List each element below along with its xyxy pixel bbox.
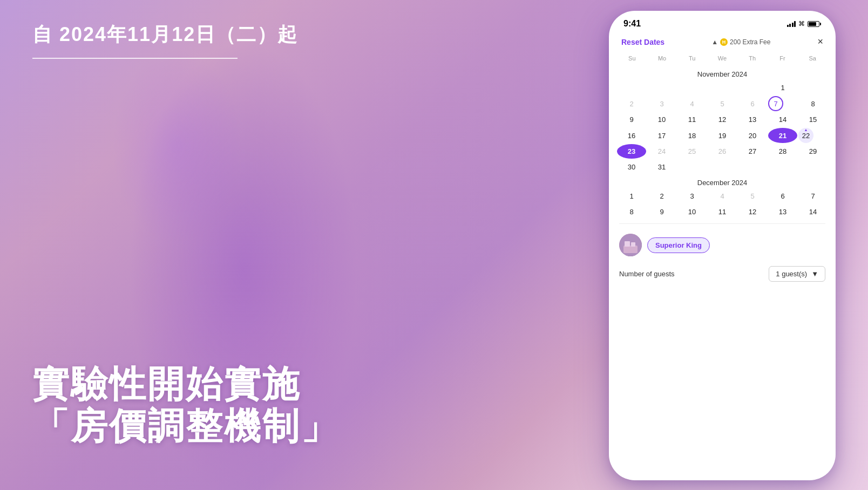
room-name-tag[interactable]: Superior King — [647, 237, 710, 253]
cal-day[interactable]: 30 — [617, 160, 646, 174]
december-label: December 2024 — [611, 179, 834, 187]
cal-day — [677, 160, 707, 174]
cal-day[interactable]: 6 — [768, 189, 797, 203]
cal-day[interactable]: 3 — [677, 189, 707, 203]
cal-day[interactable]: 17 — [647, 128, 676, 143]
phone-mockup: 9:41 ⌘ — [609, 11, 836, 480]
guests-select[interactable]: 1 guest(s) ▼ — [769, 266, 825, 282]
cal-day[interactable] — [708, 80, 737, 95]
cal-day-23-selected[interactable]: 23 — [617, 144, 646, 159]
cal-day[interactable]: 1 — [617, 189, 646, 203]
guests-label: Number of guests — [619, 270, 675, 278]
cal-day[interactable]: 24 — [647, 144, 676, 159]
day-tu: Tu — [677, 53, 707, 64]
battery-icon — [808, 21, 821, 27]
day-th: Th — [737, 53, 768, 64]
cal-day[interactable]: 4 — [708, 189, 737, 203]
cal-day[interactable]: 28 — [768, 144, 797, 159]
cal-day[interactable]: 13 — [738, 112, 767, 127]
coin-icon: H — [720, 38, 728, 46]
cal-day — [798, 160, 828, 174]
cal-day[interactable] — [738, 80, 767, 95]
cal-day — [708, 160, 737, 174]
cal-day[interactable]: 26 — [708, 144, 737, 159]
warning-icon: ▲ — [711, 38, 718, 46]
svg-rect-1 — [623, 246, 638, 253]
status-icons: ⌘ — [787, 20, 822, 28]
left-content: 自 2024年11月12日（二）起 實驗性開始實施 「房價調整機制」 — [0, 0, 443, 490]
cal-day[interactable]: 12 — [708, 112, 737, 127]
guests-row: Number of guests 1 guest(s) ▼ — [611, 262, 834, 286]
day-fr: Fr — [768, 53, 798, 64]
cal-day[interactable]: 9 — [647, 205, 676, 219]
status-time: 9:41 — [623, 19, 641, 29]
cal-day[interactable]: 29 — [798, 144, 828, 159]
close-button[interactable]: × — [817, 36, 823, 47]
cal-day[interactable] — [677, 80, 707, 95]
november-label: November 2024 — [611, 70, 834, 78]
cal-day[interactable]: 14 — [798, 205, 828, 219]
cal-day[interactable]: 6 — [738, 96, 767, 111]
guests-value: 1 guest(s) — [776, 270, 807, 278]
cal-day[interactable]: 5 — [708, 96, 737, 111]
status-bar: 9:41 ⌘ — [611, 12, 834, 32]
cal-day[interactable]: 1 — [768, 80, 797, 95]
cal-day[interactable]: 13 — [768, 205, 797, 219]
cal-day[interactable] — [617, 80, 646, 95]
date-label: 自 2024年11月12日（二）起 — [32, 22, 410, 48]
cal-day[interactable]: 8 — [798, 96, 828, 111]
cal-day-22[interactable]: 22 — [798, 128, 813, 143]
cal-day — [768, 160, 797, 174]
day-su: Su — [617, 53, 647, 64]
cal-day[interactable] — [798, 80, 828, 95]
phone-frame: 9:41 ⌘ — [609, 11, 836, 480]
cal-day[interactable]: 11 — [677, 112, 707, 127]
day-headers: Su Mo Tu We Th Fr Sa — [611, 51, 834, 66]
date-divider — [32, 58, 238, 59]
extra-fee-badge: ▲ H 200 Extra Fee — [711, 38, 770, 46]
cal-day[interactable]: 10 — [647, 112, 676, 127]
main-title-line1: 實驗性開始實施 — [32, 363, 339, 405]
cal-day[interactable]: 10 — [677, 205, 707, 219]
cal-day[interactable]: 31 — [647, 160, 676, 174]
november-grid: 1 2 3 4 5 6 7 8 9 10 11 12 13 14 15 16 — [611, 80, 834, 174]
day-we: We — [707, 53, 737, 64]
cal-day[interactable]: 20 — [738, 128, 767, 143]
cal-day[interactable]: 15 — [798, 112, 828, 127]
cal-day[interactable]: 25 — [677, 144, 707, 159]
phone-content: Reset Dates ▲ H 200 Extra Fee × Su Mo Tu… — [611, 32, 834, 471]
signal-icon — [787, 21, 796, 27]
cal-day[interactable]: 5 — [738, 189, 767, 203]
room-card: Superior King — [611, 228, 834, 262]
extra-fee-text: 200 Extra Fee — [730, 38, 770, 46]
divider — [619, 223, 825, 224]
wifi-icon: ⌘ — [798, 20, 805, 28]
cal-day[interactable] — [647, 80, 676, 95]
day-mo: Mo — [647, 53, 677, 64]
cal-day[interactable]: 2 — [647, 189, 676, 203]
cal-day — [738, 160, 767, 174]
cal-day[interactable]: 16 — [617, 128, 646, 143]
cal-day-7[interactable]: 7 — [768, 96, 783, 111]
cal-day-21-selected[interactable]: 21 — [768, 128, 797, 143]
main-title-line2: 「房價調整機制」 — [32, 405, 339, 447]
reset-dates-button[interactable]: Reset Dates — [621, 38, 664, 46]
svg-rect-2 — [625, 241, 630, 247]
cal-day[interactable]: 4 — [677, 96, 707, 111]
cal-day[interactable]: 27 — [738, 144, 767, 159]
calendar-header: Reset Dates ▲ H 200 Extra Fee × — [611, 32, 834, 51]
cal-day[interactable]: 11 — [708, 205, 737, 219]
cal-day[interactable]: 8 — [617, 205, 646, 219]
cal-day[interactable]: 12 — [738, 205, 767, 219]
cal-day[interactable]: 18 — [677, 128, 707, 143]
cal-day[interactable]: 19 — [708, 128, 737, 143]
cal-day[interactable]: 14 — [768, 112, 797, 127]
svg-rect-3 — [631, 242, 635, 247]
december-grid: 1 2 3 4 5 6 7 8 9 10 11 12 13 14 — [611, 189, 834, 219]
cal-day[interactable]: 7 — [798, 189, 828, 203]
cal-day[interactable]: 9 — [617, 112, 646, 127]
chevron-down-icon: ▼ — [811, 270, 818, 278]
cal-day[interactable]: 2 — [617, 96, 646, 111]
cal-day[interactable]: 3 — [647, 96, 676, 111]
day-sa: Sa — [797, 53, 828, 64]
